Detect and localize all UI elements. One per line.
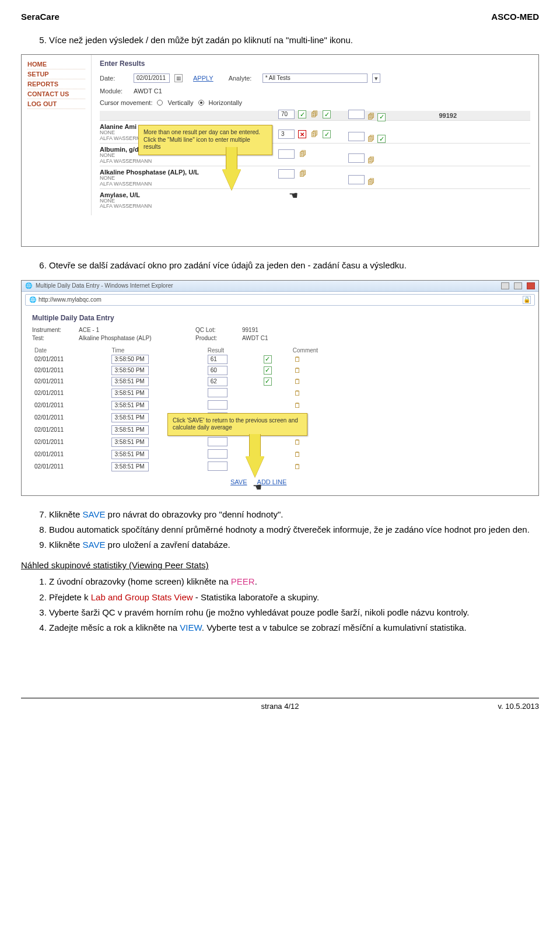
comment-icon[interactable]: 🗒	[293, 438, 302, 446]
calendar-icon[interactable]: ▦	[174, 74, 183, 82]
ie-icon: 🌐	[25, 282, 32, 289]
step-8: Budou automatick spočítány denní průměrn…	[49, 524, 539, 536]
result-input[interactable]: 61	[208, 355, 228, 364]
close-button[interactable]	[527, 282, 535, 289]
maximize-button[interactable]	[514, 282, 522, 289]
table-row: 02/01/20113:58:51 PM🗒	[32, 388, 359, 400]
result-input[interactable]: 60	[208, 366, 228, 375]
cell-date: 02/01/2011	[32, 461, 109, 474]
comment-icon[interactable]: 🗒	[293, 377, 302, 386]
result-input[interactable]	[348, 110, 365, 119]
cell-date: 02/01/2011	[32, 355, 109, 366]
url-field[interactable]: http://www.mylabqc.com	[38, 296, 102, 303]
result-input[interactable]	[348, 153, 365, 163]
date-label: Date:	[100, 75, 129, 82]
comment-icon[interactable]: 🗒	[293, 366, 302, 375]
check-icon: ✓	[377, 113, 386, 121]
result-input[interactable]	[348, 132, 365, 141]
radio-vertically[interactable]	[157, 100, 163, 106]
result-input[interactable]	[208, 461, 228, 471]
analyte-amylase: Amylase, U/L	[100, 191, 530, 198]
cross-icon: ✕	[298, 130, 306, 138]
result-input[interactable]	[208, 388, 228, 397]
comment-icon[interactable]: 🗒	[293, 355, 302, 363]
text: Klikněte	[49, 540, 83, 550]
save-word: SAVE	[83, 540, 106, 550]
time-input[interactable]: 3:58:50 PM	[111, 355, 149, 364]
text: Z úvodní obrazovky (home screen) kliknět…	[49, 576, 231, 586]
footer-version: v. 10.5.2013	[498, 702, 539, 711]
save-link[interactable]: SAVE	[230, 478, 247, 485]
header-left: SeraCare	[21, 12, 60, 22]
peer-word: PEER	[231, 576, 255, 586]
minimize-button[interactable]	[501, 282, 509, 289]
result-input[interactable]	[208, 437, 228, 446]
analyte-select[interactable]: * All Tests	[262, 74, 368, 83]
cell-date: 02/01/2011	[32, 377, 109, 388]
cell-date: 02/01/2011	[32, 400, 109, 412]
time-input[interactable]: 3:58:51 PM	[111, 377, 149, 386]
lock-icon: 🔒	[523, 296, 531, 304]
multiline-icon[interactable]: 🗐	[366, 113, 376, 121]
nav-home[interactable]: HOME	[27, 60, 85, 69]
multiline-icon[interactable]: 🗐	[366, 135, 376, 143]
comment-icon[interactable]: 🗒	[293, 401, 302, 410]
entry-table: Date Time Result Comment 02/01/20113:58:…	[32, 346, 359, 474]
date-input[interactable]: 02/01/2011	[134, 74, 170, 83]
time-input[interactable]: 3:58:51 PM	[111, 401, 149, 410]
dialog-title: Multiple Daily Data Entry	[32, 314, 528, 322]
time-input[interactable]: 3:58:50 PM	[111, 366, 149, 375]
col-time: Time	[109, 346, 205, 355]
result-input[interactable]	[208, 400, 228, 410]
text: Zadejte měsíc a rok a klikněte na	[49, 623, 180, 632]
multiline-icon[interactable]: 🗐	[366, 156, 376, 165]
check-icon: ✓	[264, 366, 272, 375]
chevron-down-icon[interactable]: ▾	[372, 74, 380, 83]
time-input[interactable]: 3:58:51 PM	[111, 425, 149, 435]
time-input[interactable]: 3:58:51 PM	[111, 413, 149, 422]
apply-link[interactable]: APPLY	[193, 75, 214, 82]
analyte-sub2: ALFA WASSERMANN	[100, 204, 530, 209]
time-input[interactable]: 3:58:51 PM	[111, 462, 149, 471]
nav-contact[interactable]: CONTACT US	[27, 89, 85, 99]
comment-icon[interactable]: 🗒	[293, 389, 302, 397]
time-input[interactable]: 3:58:51 PM	[111, 450, 149, 459]
nav-setup[interactable]: SETUP	[27, 69, 85, 79]
multiline-icon[interactable]: 🗐	[310, 110, 319, 118]
comment-icon[interactable]: 🗒	[293, 463, 302, 471]
check-icon: ✓	[377, 135, 386, 143]
result-input[interactable]	[278, 149, 295, 159]
result-input[interactable]: 62	[208, 377, 228, 386]
result-input[interactable]	[278, 169, 295, 179]
nav-logout[interactable]: LOG OUT	[27, 99, 85, 109]
result-input[interactable]: 3	[278, 130, 295, 139]
tooltip-multiline: More than one result per day can be ente…	[138, 125, 272, 155]
qclot-value: 99191	[242, 327, 312, 333]
qclot-label: QC Lot:	[195, 327, 242, 333]
table-row: 02/01/20113:58:51 PM🗒	[32, 449, 359, 461]
time-input[interactable]: 3:58:51 PM	[111, 438, 149, 447]
multiline-icon[interactable]: 🗐	[310, 130, 319, 138]
header-right: ASCO-MED	[491, 12, 539, 22]
arrow-stem	[226, 147, 237, 170]
cell-date: 02/01/2011	[32, 437, 109, 449]
arrow-down-icon	[222, 169, 241, 190]
result-input[interactable]	[208, 449, 228, 459]
check-icon: ✓	[264, 355, 272, 363]
comment-icon[interactable]: 🗒	[293, 450, 302, 459]
multiline-icon[interactable]: 🗐	[366, 178, 376, 186]
col-date: Date	[32, 346, 109, 355]
product-value: AWDT C1	[242, 335, 312, 341]
result-input[interactable]: 70	[278, 110, 295, 119]
cursor-icon: ☚	[253, 481, 262, 494]
check-icon: ✓	[298, 110, 306, 118]
time-input[interactable]: 3:58:51 PM	[111, 389, 149, 398]
result-input[interactable]	[348, 175, 365, 184]
nav-reports[interactable]: REPORTS	[27, 79, 85, 89]
cell-date: 02/01/2011	[32, 449, 109, 461]
analyte-sub2: ALFA WASSERMANN	[100, 181, 530, 187]
tooltip-save: Click 'SAVE' to return to the previous s…	[167, 413, 307, 436]
radio-horizontally[interactable]	[198, 100, 204, 106]
multiline-icon[interactable]: 🗐	[298, 170, 307, 178]
multiline-icon[interactable]: 🗐	[298, 150, 307, 158]
